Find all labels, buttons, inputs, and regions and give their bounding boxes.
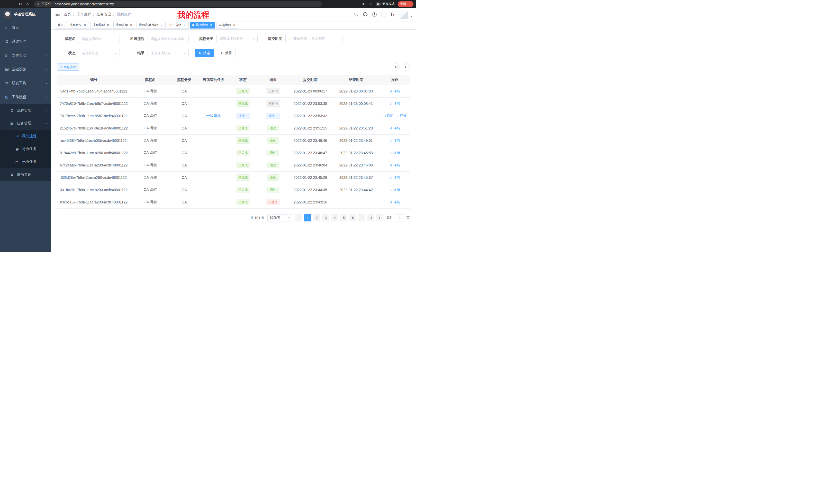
category-select[interactable]: 请选择流程分类 ∨ <box>216 35 258 43</box>
close-icon[interactable]: × <box>232 23 236 27</box>
detail-link[interactable]: 详情 <box>390 138 400 143</box>
tab-2[interactable]: 流程模型× <box>90 22 112 29</box>
cell-current-task <box>199 134 229 147</box>
user-menu-caret-icon[interactable]: ▾ <box>410 15 412 18</box>
sidebar-item-home[interactable]: ⌂ 首页 <box>0 21 51 35</box>
page-button-4[interactable]: 4 <box>331 214 338 221</box>
detail-link[interactable]: 详情 <box>390 151 400 155</box>
sidebar-item-system[interactable]: ⚙ 系统管理 ∨ <box>0 35 51 49</box>
tab-5[interactable]: 用户分组× <box>167 22 189 29</box>
page-ellipsis[interactable]: ··· <box>358 214 365 221</box>
search-icon[interactable] <box>354 12 358 17</box>
browser-reload-icon[interactable]: ↻ <box>17 0 24 8</box>
sidebar-item-label: 支付管理 <box>12 53 46 58</box>
detail-link[interactable]: 详情 <box>390 102 400 106</box>
sidebar-toggle[interactable] <box>55 12 60 17</box>
detail-link[interactable]: 详情 <box>396 114 407 118</box>
password-key-icon[interactable] <box>362 2 366 6</box>
update-button[interactable]: 更新 ⋮ <box>398 1 413 7</box>
tab-7[interactable]: 发起流程× <box>216 22 238 29</box>
status-select[interactable]: 请选择状态 ∨ <box>79 49 120 57</box>
close-icon[interactable]: × <box>129 23 133 27</box>
close-icon[interactable]: × <box>83 23 87 27</box>
page-size-select[interactable]: 10条/页 ∨ <box>267 214 292 221</box>
page-button-1[interactable]: 1 <box>304 214 311 221</box>
cell-status: 已完成 <box>229 171 258 184</box>
browser-menu-dots-icon[interactable]: ⋮ <box>408 1 411 7</box>
current-task-link[interactable]: 一级审批 <box>206 114 220 118</box>
search-button[interactable]: 搜索 <box>195 49 214 57</box>
app-logo[interactable]: 芋道管理系统 <box>0 8 51 21</box>
process-name-input[interactable] <box>82 37 117 41</box>
prev-page-button[interactable]: ‹ <box>295 214 302 221</box>
url-text[interactable]: dashboard.yudao.iocoder.cn/bpm/task/my <box>55 2 114 6</box>
font-size-icon[interactable]: TT <box>390 12 395 17</box>
user-avatar[interactable] <box>399 10 408 19</box>
cancel-link[interactable]: 取消 <box>383 114 393 118</box>
sidebar-item-infrastructure[interactable]: ▤ 基础设施 ∨ <box>0 62 51 76</box>
breadcrumb-item[interactable]: 任务管理 <box>97 12 111 17</box>
page-button-11[interactable]: 11 <box>367 214 374 221</box>
close-icon[interactable]: × <box>160 23 163 27</box>
goto-page-input[interactable] <box>395 214 405 221</box>
cell-actions: 详情 <box>380 147 410 159</box>
tab-3[interactable]: 流程表单× <box>113 22 135 29</box>
address-bar[interactable]: ⚠ 不安全 dashboard.yudao.iocoder.cn/bpm/tas… <box>34 1 322 7</box>
page-button-2[interactable]: 2 <box>313 214 320 221</box>
toggle-search-button[interactable] <box>393 63 400 71</box>
tab-0[interactable]: 首页 <box>55 22 66 29</box>
page-button-6[interactable]: 6 <box>349 214 356 221</box>
date-range-picker[interactable]: ⊞ 开始日期 - 结束日期 <box>285 35 342 43</box>
cell-status: 进行中 <box>229 110 258 122</box>
create-process-button[interactable]: + 发起流程 <box>57 63 79 71</box>
sidebar-item-payment[interactable]: ¥ 支付管理 ∨ <box>0 49 51 62</box>
table-row: 2152467e-7b9b-11ec-9a1b-acde48001122OA 请… <box>57 122 410 134</box>
sidebar-item-task-management[interactable]: ⊟ 任务管理 ∧ <box>0 117 51 130</box>
refresh-table-button[interactable]: ↻ <box>402 63 410 71</box>
sidebar-item-devtools[interactable]: ⚒ 研发工具 ∨ <box>0 76 51 90</box>
sidebar-item-todo-tasks[interactable]: ◉ 待办任务 <box>0 143 51 156</box>
sidebar-item-done-tasks[interactable]: ✂ 已办任务 <box>0 156 51 168</box>
detail-link[interactable]: 详情 <box>390 89 400 93</box>
sidebar-item-workflow[interactable]: ⊞ 工作流程 ∧ <box>0 90 51 104</box>
sidebar-item-my-process[interactable]: ✉ 我的流程 <box>0 130 51 143</box>
table-row: 819442e8-7b9a-11ec-a290-acde48001122OA 请… <box>57 147 410 159</box>
bookmark-star-icon[interactable]: ☆ <box>369 2 372 6</box>
not-secure-icon: ⚠ <box>37 2 40 6</box>
browser-forward-icon[interactable]: → <box>10 0 17 8</box>
cell-status: 已完成 <box>229 122 258 134</box>
close-icon[interactable]: × <box>106 23 110 27</box>
close-icon[interactable]: × <box>209 23 213 27</box>
tab-4[interactable]: 流程表单-编辑× <box>136 22 165 29</box>
chevron-down-icon: ∨ <box>45 109 48 112</box>
next-page-button[interactable]: › <box>376 214 383 221</box>
cell-result: 不通过 <box>257 196 288 208</box>
sidebar-item-process-management[interactable]: ≣ 流程管理 ∨ <box>0 104 51 117</box>
detail-link[interactable]: 详情 <box>390 175 400 180</box>
not-secure-label[interactable]: 不安全 <box>42 2 51 6</box>
cell-result: 通过 <box>257 134 288 147</box>
detail-link[interactable]: 详情 <box>390 188 400 192</box>
breadcrumb-item[interactable]: 首页 <box>64 12 71 17</box>
owner-process-input[interactable] <box>151 37 186 41</box>
detail-link[interactable]: 详情 <box>390 200 400 204</box>
detail-link[interactable]: 详情 <box>390 163 400 167</box>
page-button-5[interactable]: 5 <box>340 214 347 221</box>
sidebar-item-leave-query[interactable]: ♟ 请假查询 <box>0 168 51 181</box>
cell-status: 已完成 <box>229 134 258 147</box>
page-button-3[interactable]: 3 <box>322 214 329 221</box>
cell-result: 通过 <box>257 147 288 159</box>
browser-home-icon[interactable]: ⌂ <box>24 0 31 8</box>
github-icon[interactable] <box>363 12 368 17</box>
tab-6[interactable]: 我的流程× <box>190 22 215 29</box>
breadcrumb-item[interactable]: 工作流程 <box>77 12 91 17</box>
tab-1[interactable]: 流程定义× <box>67 22 89 29</box>
result-select[interactable]: 请选择流结果 ∨ <box>148 49 189 57</box>
detail-link[interactable]: 详情 <box>390 126 400 131</box>
fullscreen-icon[interactable] <box>381 12 386 17</box>
close-icon[interactable]: × <box>183 23 186 27</box>
reset-button[interactable]: ↻ 重置 <box>217 49 236 57</box>
browser-back-icon[interactable]: ← <box>3 0 9 8</box>
incognito-indicator[interactable]: 无痕模式 <box>375 2 395 7</box>
help-icon[interactable]: ? <box>372 12 377 17</box>
